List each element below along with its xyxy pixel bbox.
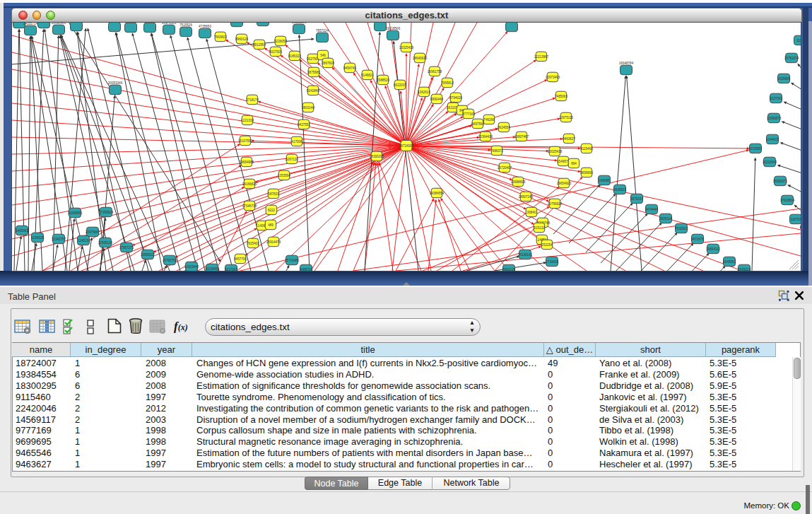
svg-text:1839221: 1839221 (738, 268, 751, 271)
svg-text:20975887: 20975887 (86, 230, 100, 234)
svg-text:18640910: 18640910 (413, 57, 428, 60)
svg-text:1549575: 1549575 (557, 160, 570, 163)
svg-text:17046738: 17046738 (242, 204, 257, 208)
svg-text:14055714: 14055714 (23, 23, 38, 25)
svg-text:7857224: 7857224 (316, 29, 329, 33)
svg-text:15720407: 15720407 (498, 166, 512, 170)
svg-text:8990448: 8990448 (430, 98, 443, 101)
svg-text:19654985: 19654985 (240, 160, 254, 164)
svg-text:10688609: 10688609 (511, 180, 526, 184)
svg-text:9474444: 9474444 (645, 208, 658, 211)
svg-text:4735650: 4735650 (199, 25, 211, 28)
svg-text:8186323: 8186323 (288, 54, 301, 58)
svg-text:746266: 746266 (483, 118, 495, 122)
svg-text:20364436: 20364436 (478, 135, 493, 139)
svg-text:18724007: 18724007 (399, 144, 414, 148)
svg-text:8960124: 8960124 (235, 37, 248, 41)
svg-text:1362615: 1362615 (418, 90, 430, 94)
svg-text:16107552: 16107552 (238, 139, 253, 143)
svg-text:17359924: 17359924 (99, 211, 114, 214)
svg-text:16971355: 16971355 (162, 23, 177, 25)
svg-text:12975115: 12975115 (559, 116, 574, 119)
svg-text:8215955: 8215955 (749, 147, 762, 151)
svg-text:15692971: 15692971 (773, 180, 788, 183)
svg-text:2718176: 2718176 (246, 98, 259, 102)
svg-text:20691406: 20691406 (52, 23, 66, 25)
svg-text:2935114: 2935114 (659, 217, 672, 221)
svg-text:7485063: 7485063 (555, 95, 567, 98)
svg-text:164095: 164095 (599, 179, 610, 182)
svg-text:7632621: 7632621 (675, 227, 688, 230)
svg-text:5226058: 5226058 (274, 40, 287, 43)
svg-text:9463627: 9463627 (563, 137, 575, 141)
svg-text:9794028: 9794028 (449, 96, 462, 100)
svg-text:417006: 417006 (291, 140, 302, 144)
svg-text:10958117: 10958117 (141, 253, 155, 257)
svg-text:19384554: 19384554 (430, 192, 445, 195)
svg-text:3624554: 3624554 (498, 126, 510, 129)
svg-text:10807487: 10807487 (514, 135, 529, 139)
svg-text:16033809: 16033809 (292, 23, 307, 24)
svg-text:18300295: 18300295 (370, 155, 384, 158)
svg-text:19166825: 19166825 (242, 182, 257, 186)
svg-text:20206555: 20206555 (68, 211, 83, 215)
svg-text:2867608: 2867608 (322, 62, 334, 65)
svg-text:1156829: 1156829 (31, 236, 44, 240)
svg-text:8454749: 8454749 (343, 66, 356, 70)
svg-text:8322037: 8322037 (394, 83, 406, 87)
svg-text:252254: 252254 (541, 243, 553, 247)
svg-text:9217207: 9217207 (225, 268, 237, 271)
svg-text:8222: 8222 (268, 209, 276, 212)
svg-text:13325419: 13325419 (399, 46, 414, 49)
svg-text:7625402: 7625402 (247, 242, 259, 245)
svg-text:17016504: 17016504 (780, 199, 795, 202)
svg-text:489: 489 (268, 223, 273, 227)
svg-text:8912954: 8912954 (253, 43, 266, 47)
svg-text:9457791: 9457791 (234, 257, 247, 261)
svg-text:546: 546 (320, 54, 326, 57)
svg-text:7515526: 7515526 (180, 23, 192, 27)
svg-text:3875685: 3875685 (307, 71, 320, 74)
svg-text:8489709: 8489709 (300, 268, 312, 271)
svg-text:36840: 36840 (527, 211, 536, 214)
svg-text:8471676: 8471676 (691, 238, 704, 241)
svg-text:6879197: 6879197 (630, 197, 643, 201)
svg-text:12213967: 12213967 (534, 55, 549, 59)
svg-text:12093873: 12093873 (767, 117, 782, 120)
svg-text:14136141: 14136141 (518, 253, 533, 257)
svg-text:1353594: 1353594 (278, 174, 290, 177)
svg-text:10973493: 10973493 (546, 76, 560, 79)
svg-text:9899695: 9899695 (580, 171, 593, 175)
svg-text:9329966: 9329966 (777, 77, 790, 81)
svg-text:20053346: 20053346 (108, 81, 123, 85)
svg-text:9245052: 9245052 (723, 260, 736, 264)
svg-text:16210643: 16210643 (763, 160, 777, 164)
svg-text:1221338: 1221338 (241, 119, 254, 122)
svg-text:16648784: 16648784 (619, 62, 634, 65)
svg-text:19654923: 19654923 (557, 182, 572, 185)
svg-text:15716485: 15716485 (285, 259, 300, 262)
svg-text:9115460: 9115460 (580, 147, 593, 151)
svg-text:5682115: 5682115 (502, 268, 515, 271)
svg-text:8427552: 8427552 (298, 123, 310, 127)
svg-text:1465061: 1465061 (16, 229, 28, 233)
svg-text:18807249: 18807249 (519, 195, 534, 199)
svg-text:10025438: 10025438 (548, 150, 563, 153)
svg-text:12923448: 12923448 (184, 265, 199, 269)
svg-text:12342757: 12342757 (52, 238, 66, 241)
svg-text:16961758: 16961758 (428, 70, 442, 74)
svg-text:9146821: 9146821 (361, 74, 374, 77)
svg-text:587833: 587833 (268, 192, 279, 196)
svg-text:114519: 114519 (78, 239, 89, 243)
svg-text:15751074: 15751074 (784, 57, 799, 60)
svg-text:19218506: 19218506 (386, 27, 401, 30)
svg-text:9777169: 9777169 (462, 112, 475, 116)
svg-text:1588520: 1588520 (377, 78, 389, 82)
svg-text:1112: 1112 (796, 39, 801, 42)
svg-text:116753: 116753 (791, 218, 801, 221)
svg-text:16914479: 16914479 (266, 240, 281, 244)
svg-text:10756928: 10756928 (548, 202, 563, 206)
svg-text:5938923: 5938923 (613, 188, 626, 192)
svg-text:12505135: 12505135 (98, 241, 113, 245)
svg-text:10228452: 10228452 (205, 267, 220, 271)
